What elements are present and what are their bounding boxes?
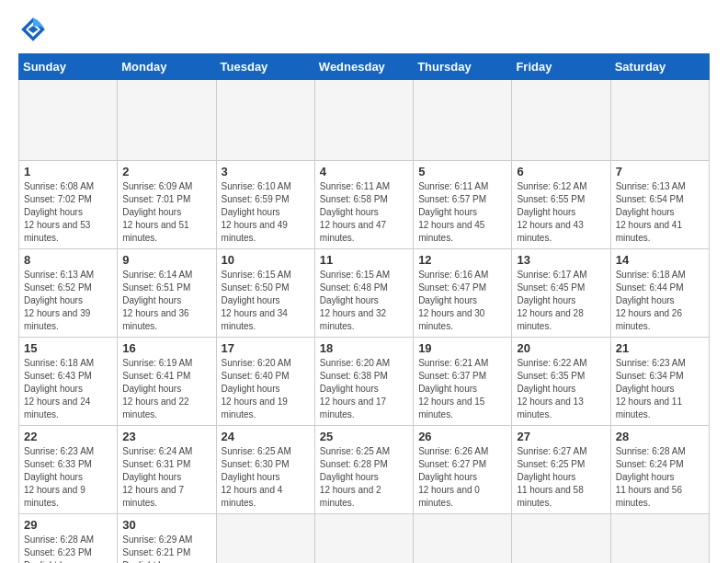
- calendar-week-2: 8Sunrise: 6:13 AMSunset: 6:52 PMDaylight…: [19, 249, 710, 338]
- day-info: Sunrise: 6:08 AMSunset: 7:02 PMDaylight …: [24, 180, 112, 245]
- calendar-cell: [314, 514, 413, 564]
- day-info: Sunrise: 6:15 AMSunset: 6:50 PMDaylight …: [222, 269, 310, 333]
- weekday-header-monday: Monday: [118, 54, 216, 80]
- day-number: 19: [418, 341, 506, 355]
- day-info: Sunrise: 6:15 AMSunset: 6:48 PMDaylight …: [320, 269, 408, 333]
- day-info: Sunrise: 6:11 AMSunset: 6:57 PMDaylight …: [418, 180, 506, 245]
- day-info: Sunrise: 6:23 AMSunset: 6:33 PMDaylight …: [24, 445, 112, 510]
- day-info: Sunrise: 6:18 AMSunset: 6:43 PMDaylight …: [24, 357, 112, 421]
- day-info: Sunrise: 6:23 AMSunset: 6:34 PMDaylight …: [616, 357, 704, 421]
- day-info: Sunrise: 6:27 AMSunset: 6:25 PMDaylight …: [517, 445, 605, 510]
- day-info: Sunrise: 6:12 AMSunset: 6:55 PMDaylight …: [517, 180, 605, 245]
- calendar-week-0: [19, 80, 710, 161]
- day-info: Sunrise: 6:10 AMSunset: 6:59 PMDaylight …: [222, 180, 310, 245]
- day-number: 7: [616, 165, 704, 178]
- weekday-header-saturday: Saturday: [610, 54, 709, 80]
- calendar-cell: 14Sunrise: 6:18 AMSunset: 6:44 PMDayligh…: [610, 249, 709, 338]
- calendar-cell: 4Sunrise: 6:11 AMSunset: 6:58 PMDaylight…: [314, 161, 413, 249]
- calendar-cell: 30Sunrise: 6:29 AMSunset: 6:21 PMDayligh…: [118, 514, 216, 564]
- calendar-cell: 21Sunrise: 6:23 AMSunset: 6:34 PMDayligh…: [610, 338, 709, 426]
- weekday-header-tuesday: Tuesday: [216, 54, 314, 80]
- day-number: 20: [517, 341, 605, 355]
- day-number: 16: [122, 341, 210, 355]
- day-number: 9: [122, 253, 210, 267]
- day-number: 1: [24, 165, 112, 178]
- day-number: 23: [122, 430, 210, 443]
- calendar-week-5: 29Sunrise: 6:28 AMSunset: 6:23 PMDayligh…: [19, 514, 710, 564]
- day-number: 14: [616, 253, 704, 267]
- weekday-header-wednesday: Wednesday: [314, 54, 413, 80]
- day-number: 29: [24, 518, 112, 532]
- calendar-cell: [19, 80, 118, 161]
- calendar-cell: [314, 80, 413, 161]
- calendar-cell: 20Sunrise: 6:22 AMSunset: 6:35 PMDayligh…: [512, 338, 610, 426]
- calendar-cell: 25Sunrise: 6:25 AMSunset: 6:28 PMDayligh…: [314, 426, 413, 514]
- day-info: Sunrise: 6:25 AMSunset: 6:28 PMDaylight …: [320, 445, 408, 510]
- day-number: 21: [616, 341, 704, 355]
- day-info: Sunrise: 6:20 AMSunset: 6:40 PMDaylight …: [222, 357, 310, 421]
- day-info: Sunrise: 6:22 AMSunset: 6:35 PMDaylight …: [517, 357, 605, 421]
- calendar-cell: [414, 80, 512, 161]
- calendar-cell: 8Sunrise: 6:13 AMSunset: 6:52 PMDaylight…: [19, 249, 118, 338]
- calendar-cell: 24Sunrise: 6:25 AMSunset: 6:30 PMDayligh…: [216, 426, 314, 514]
- calendar-cell: 1Sunrise: 6:08 AMSunset: 7:02 PMDaylight…: [19, 161, 118, 249]
- calendar-cell: 23Sunrise: 6:24 AMSunset: 6:31 PMDayligh…: [118, 426, 216, 514]
- day-info: Sunrise: 6:13 AMSunset: 6:52 PMDaylight …: [24, 269, 112, 333]
- calendar-cell: [512, 514, 610, 564]
- day-number: 8: [24, 253, 112, 267]
- day-number: 4: [320, 165, 408, 178]
- calendar-week-1: 1Sunrise: 6:08 AMSunset: 7:02 PMDaylight…: [19, 161, 710, 249]
- day-number: 24: [222, 430, 310, 443]
- day-info: Sunrise: 6:11 AMSunset: 6:58 PMDaylight …: [320, 180, 408, 245]
- logo: [18, 15, 51, 44]
- calendar-cell: 27Sunrise: 6:27 AMSunset: 6:25 PMDayligh…: [512, 426, 610, 514]
- day-info: Sunrise: 6:17 AMSunset: 6:45 PMDaylight …: [517, 269, 605, 333]
- calendar-cell: 28Sunrise: 6:28 AMSunset: 6:24 PMDayligh…: [610, 426, 709, 514]
- calendar-cell: [414, 514, 512, 564]
- calendar-cell: 6Sunrise: 6:12 AMSunset: 6:55 PMDaylight…: [512, 161, 610, 249]
- day-number: 22: [24, 430, 112, 443]
- calendar-cell: [610, 514, 709, 564]
- calendar-cell: 5Sunrise: 6:11 AMSunset: 6:57 PMDaylight…: [414, 161, 512, 249]
- day-number: 5: [418, 165, 506, 178]
- day-number: 6: [517, 165, 605, 178]
- calendar-cell: [610, 80, 709, 161]
- calendar-cell: 17Sunrise: 6:20 AMSunset: 6:40 PMDayligh…: [216, 338, 314, 426]
- day-number: 12: [418, 253, 506, 267]
- day-number: 17: [222, 341, 310, 355]
- calendar-cell: 13Sunrise: 6:17 AMSunset: 6:45 PMDayligh…: [512, 249, 610, 338]
- calendar-cell: 2Sunrise: 6:09 AMSunset: 7:01 PMDaylight…: [118, 161, 216, 249]
- weekday-header-thursday: Thursday: [414, 54, 512, 80]
- calendar-week-4: 22Sunrise: 6:23 AMSunset: 6:33 PMDayligh…: [19, 426, 710, 514]
- calendar-cell: 26Sunrise: 6:26 AMSunset: 6:27 PMDayligh…: [414, 426, 512, 514]
- calendar-cell: 18Sunrise: 6:20 AMSunset: 6:38 PMDayligh…: [314, 338, 413, 426]
- day-info: Sunrise: 6:29 AMSunset: 6:21 PMDaylight …: [122, 534, 210, 563]
- day-number: 18: [320, 341, 408, 355]
- day-info: Sunrise: 6:28 AMSunset: 6:24 PMDaylight …: [616, 445, 704, 510]
- day-number: 28: [616, 430, 704, 443]
- day-info: Sunrise: 6:16 AMSunset: 6:47 PMDaylight …: [418, 269, 506, 333]
- day-info: Sunrise: 6:13 AMSunset: 6:54 PMDaylight …: [616, 180, 704, 245]
- day-info: Sunrise: 6:09 AMSunset: 7:01 PMDaylight …: [122, 180, 210, 245]
- calendar-cell: 12Sunrise: 6:16 AMSunset: 6:47 PMDayligh…: [414, 249, 512, 338]
- day-info: Sunrise: 6:26 AMSunset: 6:27 PMDaylight …: [418, 445, 506, 510]
- calendar-cell: [216, 514, 314, 564]
- day-number: 2: [122, 165, 210, 178]
- calendar-cell: 3Sunrise: 6:10 AMSunset: 6:59 PMDaylight…: [216, 161, 314, 249]
- day-number: 13: [517, 253, 605, 267]
- day-number: 15: [24, 341, 112, 355]
- calendar-cell: [216, 80, 314, 161]
- calendar-cell: [118, 80, 216, 161]
- calendar-cell: 19Sunrise: 6:21 AMSunset: 6:37 PMDayligh…: [414, 338, 512, 426]
- calendar-week-3: 15Sunrise: 6:18 AMSunset: 6:43 PMDayligh…: [19, 338, 710, 426]
- day-number: 25: [320, 430, 408, 443]
- weekday-header-friday: Friday: [512, 54, 610, 80]
- day-number: 10: [222, 253, 310, 267]
- calendar-cell: 15Sunrise: 6:18 AMSunset: 6:43 PMDayligh…: [19, 338, 118, 426]
- calendar-cell: 11Sunrise: 6:15 AMSunset: 6:48 PMDayligh…: [314, 249, 413, 338]
- weekday-header-row: SundayMondayTuesdayWednesdayThursdayFrid…: [19, 54, 710, 80]
- day-info: Sunrise: 6:28 AMSunset: 6:23 PMDaylight …: [24, 534, 112, 563]
- calendar-cell: 10Sunrise: 6:15 AMSunset: 6:50 PMDayligh…: [216, 249, 314, 338]
- calendar-cell: 16Sunrise: 6:19 AMSunset: 6:41 PMDayligh…: [118, 338, 216, 426]
- day-number: 3: [222, 165, 310, 178]
